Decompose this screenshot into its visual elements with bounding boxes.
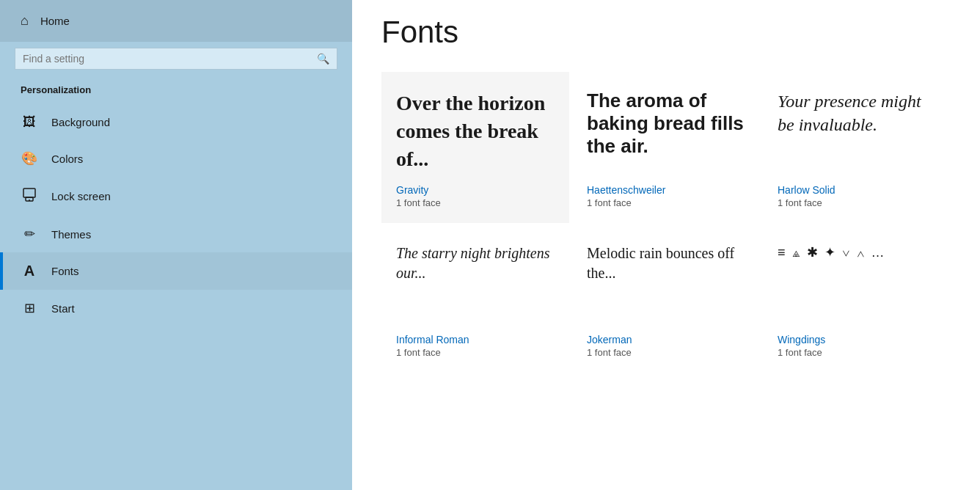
- sidebar: ⌂ Home 🔍 Personalization 🖼 Background 🎨 …: [0, 0, 352, 490]
- font-faces: 1 font face: [587, 347, 745, 358]
- lock-screen-icon: [21, 187, 38, 205]
- home-icon: ⌂: [21, 13, 29, 29]
- sidebar-item-colors[interactable]: 🎨 Colors: [0, 140, 352, 177]
- sidebar-item-start[interactable]: ⊞ Start: [0, 290, 352, 326]
- search-box[interactable]: 🔍: [15, 48, 337, 70]
- sidebar-item-label: Fonts: [51, 265, 79, 277]
- font-faces: 1 font face: [396, 197, 555, 208]
- sidebar-item-label: Themes: [51, 228, 91, 241]
- home-label: Home: [40, 15, 70, 27]
- colors-icon: 🎨: [21, 150, 38, 167]
- font-grid: Over the horizon comes the break of... G…: [381, 72, 951, 373]
- font-name: Harlow Solid: [778, 184, 936, 196]
- font-name: Jokerman: [587, 334, 745, 345]
- start-icon: ⊞: [21, 300, 38, 316]
- sidebar-item-lock-screen[interactable]: Lock screen: [0, 177, 352, 216]
- search-icon: 🔍: [317, 53, 329, 65]
- sidebar-item-label: Background: [51, 116, 110, 128]
- sidebar-item-fonts[interactable]: A Fonts: [0, 252, 352, 290]
- sidebar-item-home[interactable]: ⌂ Home: [0, 0, 352, 42]
- font-card-row2-3[interactable]: ≡ ⟁ ✱ ✦ ∨ ∧ … Wingdings 1 font face: [763, 226, 951, 373]
- sidebar-item-background[interactable]: 🖼 Background: [0, 104, 352, 140]
- sidebar-item-label: Start: [51, 302, 75, 315]
- font-faces: 1 font face: [587, 197, 745, 208]
- font-card-haettenschweiler[interactable]: The aroma of baking bread fills the air.…: [572, 72, 760, 223]
- font-faces: 1 font face: [778, 197, 936, 208]
- themes-icon: ✏: [21, 226, 38, 242]
- sidebar-item-label: Lock screen: [51, 190, 111, 202]
- svg-rect-0: [23, 189, 35, 197]
- font-card-row2-1[interactable]: The starry night brightens our... Inform…: [381, 226, 569, 373]
- sidebar-item-themes[interactable]: ✏ Themes: [0, 216, 352, 252]
- font-name: Haettenschweiler: [587, 184, 745, 196]
- sidebar-item-label: Colors: [51, 153, 83, 165]
- font-card-gravity[interactable]: Over the horizon comes the break of... G…: [381, 72, 569, 223]
- background-icon: 🖼: [21, 114, 38, 130]
- page-title: Fonts: [381, 15, 951, 50]
- main-content: Fonts Over the horizon comes the break o…: [352, 0, 980, 490]
- font-name: Gravity: [396, 184, 555, 196]
- fonts-icon: A: [21, 263, 38, 279]
- search-input[interactable]: [23, 53, 317, 65]
- font-preview: The aroma of baking bread fills the air.: [587, 89, 745, 172]
- font-card-harlow-solid[interactable]: Your presence might be invaluable. Harlo…: [763, 72, 951, 223]
- font-preview: Your presence might be invaluable.: [778, 89, 936, 172]
- font-faces: 1 font face: [396, 347, 555, 358]
- font-faces: 1 font face: [778, 347, 936, 358]
- font-card-row2-2[interactable]: Melodic rain bounces off the... Jokerman…: [572, 226, 760, 373]
- section-label: Personalization: [0, 81, 352, 104]
- font-preview: Over the horizon comes the break of...: [396, 89, 555, 172]
- font-name: Wingdings: [778, 334, 936, 345]
- font-preview: Melodic rain bounces off the...: [587, 244, 745, 322]
- font-preview: ≡ ⟁ ✱ ✦ ∨ ∧ …: [778, 244, 936, 322]
- font-preview: The starry night brightens our...: [396, 244, 555, 322]
- font-name: Informal Roman: [396, 334, 555, 345]
